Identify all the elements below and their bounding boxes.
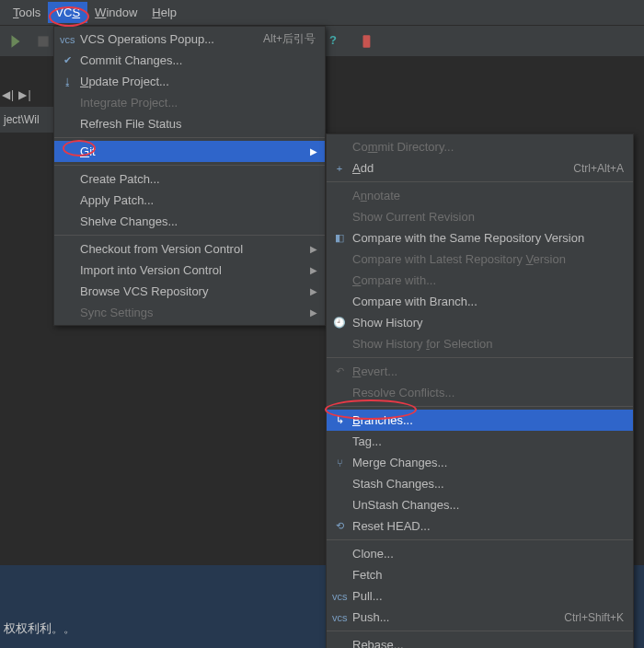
commit-icon: ✔: [60, 54, 75, 66]
separator: [327, 539, 633, 540]
merge-icon: ⑂: [332, 457, 347, 469]
label: Update Project...: [80, 75, 169, 88]
item-apply-patch[interactable]: Apply Patch...: [54, 190, 325, 211]
diff-icon: ◧: [332, 232, 347, 244]
label: Pull...: [352, 589, 383, 603]
branch-icon: ↳: [332, 414, 347, 426]
vcs-icon: vcs: [60, 34, 75, 45]
separator: [327, 631, 633, 631]
label: Fetch: [352, 568, 383, 582]
stop-icon[interactable]: [35, 33, 52, 50]
item-checkout[interactable]: Checkout from Version Control ▶: [54, 238, 325, 260]
label: Annotate: [352, 189, 400, 202]
shortcut: Ctrl+Shift+K: [564, 611, 624, 624]
breadcrumb[interactable]: ject\Wil: [0, 107, 55, 133]
item-unstash[interactable]: UnStash Changes...: [327, 494, 633, 515]
push-icon: vcs: [332, 612, 347, 623]
label: Tag...: [352, 434, 382, 448]
label: Show History: [352, 316, 423, 330]
item-annotate: Annotate: [327, 185, 633, 206]
item-tag[interactable]: Tag...: [327, 431, 633, 452]
item-import[interactable]: Import into Version Control ▶: [54, 260, 325, 281]
menu-help[interactable]: Help: [144, 2, 184, 23]
label: Window: [95, 6, 137, 19]
item-merge[interactable]: ⑂ Merge Changes...: [327, 452, 633, 473]
item-git[interactable]: Git ▶: [54, 141, 325, 162]
svg-rect-0: [38, 36, 48, 46]
label: Resolve Conflicts...: [352, 386, 454, 399]
device-icon[interactable]: [359, 33, 375, 50]
shortcut: Ctrl+Alt+A: [573, 162, 624, 175]
item-cmp-with: Compare with...: [327, 270, 633, 291]
vcs-menu: vcs VCS Operations Popup... Alt+后引号 ✔ Co…: [53, 26, 326, 326]
item-update[interactable]: ⭳ Update Project...: [54, 71, 325, 92]
label: Merge Changes...: [352, 456, 447, 469]
label: Branches...: [352, 413, 413, 427]
menu-tools[interactable]: Tools: [6, 2, 48, 23]
chevron-right-icon: ▶: [310, 286, 317, 296]
label: Refresh File Status: [80, 117, 182, 131]
debug-icon[interactable]: [7, 33, 24, 50]
item-show-rev: Show Current Revision: [327, 206, 633, 227]
label: VCS: [55, 6, 80, 19]
label: Commit Directory...: [352, 140, 454, 154]
item-commit-dir: Commit Directory...: [327, 136, 633, 157]
separator: [54, 137, 325, 138]
label: Shelve Changes...: [80, 214, 178, 228]
menu-window[interactable]: Window: [87, 2, 144, 23]
separator: [327, 357, 633, 358]
separator: [54, 165, 325, 166]
chevron-right-icon: ▶: [310, 307, 317, 318]
menu-vcs[interactable]: VCS: [48, 2, 87, 23]
label: Help: [152, 6, 177, 19]
item-cmp-same[interactable]: ◧ Compare with the Same Repository Versi…: [327, 227, 633, 249]
label: Compare with Latest Repository Version: [352, 252, 566, 266]
tool-window-strip[interactable]: ◀| ▶|: [2, 88, 32, 101]
reset-icon: ⟲: [332, 520, 347, 532]
item-branches[interactable]: ↳ Branches...: [327, 410, 633, 431]
label: Commit Changes...: [80, 53, 182, 67]
label: Reset HEAD...: [352, 519, 431, 533]
pull-icon: vcs: [332, 591, 347, 602]
item-clone[interactable]: Clone...: [327, 543, 633, 564]
plus-icon: +: [332, 163, 347, 174]
item-pull[interactable]: vcs Pull...: [327, 585, 633, 607]
item-reset[interactable]: ⟲ Reset HEAD...: [327, 515, 633, 537]
label: Tools: [13, 6, 40, 19]
chevron-right-icon: ▶: [310, 146, 317, 156]
item-shelve[interactable]: Shelve Changes...: [54, 211, 325, 232]
item-fetch[interactable]: Fetch: [327, 564, 633, 585]
label: Push...: [352, 610, 389, 624]
item-push[interactable]: vcs Push... Ctrl+Shift+K: [327, 607, 633, 628]
label: Integrate Project...: [80, 96, 178, 110]
label: VCS Operations Popup...: [80, 32, 214, 46]
status-text: 权权利利。。: [4, 620, 75, 637]
revert-icon: ↶: [332, 365, 347, 377]
item-cmp-branch[interactable]: Compare with Branch...: [327, 291, 633, 312]
item-stash[interactable]: Stash Changes...: [327, 473, 633, 494]
label: Compare with the Same Repository Version: [352, 231, 584, 245]
chevron-right-icon: ▶: [310, 244, 317, 254]
item-revert: ↶ Revert...: [327, 361, 633, 382]
item-cmp-latest: Compare with Latest Repository Version: [327, 249, 633, 270]
item-show-history[interactable]: 🕘 Show History: [327, 312, 633, 333]
label: Git: [80, 145, 96, 158]
item-browse[interactable]: Browse VCS Repository ▶: [54, 281, 325, 302]
item-commit[interactable]: ✔ Commit Changes...: [54, 50, 325, 71]
item-vcs-ops[interactable]: vcs VCS Operations Popup... Alt+后引号: [54, 29, 325, 50]
separator: [327, 181, 633, 182]
label: Show Current Revision: [352, 210, 475, 224]
item-sync: Sync Settings ▶: [54, 302, 325, 323]
item-create-patch[interactable]: Create Patch...: [54, 168, 325, 190]
label: UnStash Changes...: [352, 498, 459, 512]
svg-rect-1: [363, 35, 371, 48]
help-icon[interactable]: ?: [329, 33, 346, 50]
label: Compare with...: [352, 273, 436, 287]
item-rebase[interactable]: Rebase...: [327, 634, 633, 648]
shortcut: Alt+后引号: [263, 31, 316, 47]
item-refresh[interactable]: Refresh File Status: [54, 113, 325, 134]
item-show-history-sel: Show History for Selection: [327, 333, 633, 354]
item-add[interactable]: + Add Ctrl+Alt+A: [327, 157, 633, 179]
git-submenu: Commit Directory... + Add Ctrl+Alt+A Ann…: [326, 133, 634, 648]
separator: [54, 235, 325, 236]
